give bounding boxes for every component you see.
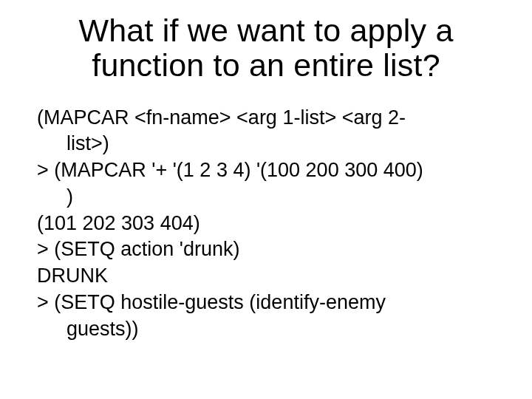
code-line: list>): [37, 132, 495, 157]
code-line: > (MAPCAR '+ '(1 2 3 4) '(100 200 300 40…: [37, 158, 495, 183]
code-line: (101 202 303 404): [37, 211, 495, 236]
slide-title: What if we want to apply a function to a…: [37, 13, 495, 83]
code-line: guests)): [37, 317, 495, 342]
slide-body: (MAPCAR <fn-name> <arg 1-list> <arg 2- l…: [37, 106, 495, 342]
code-line: > (SETQ hostile-guests (identify-enemy: [37, 290, 495, 316]
slide: What if we want to apply a function to a…: [0, 0, 532, 399]
code-line: DRUNK: [37, 264, 495, 289]
code-line: > (SETQ action 'drunk): [37, 237, 495, 262]
code-line: ): [37, 185, 495, 210]
code-line: (MAPCAR <fn-name> <arg 1-list> <arg 2-: [37, 106, 495, 131]
